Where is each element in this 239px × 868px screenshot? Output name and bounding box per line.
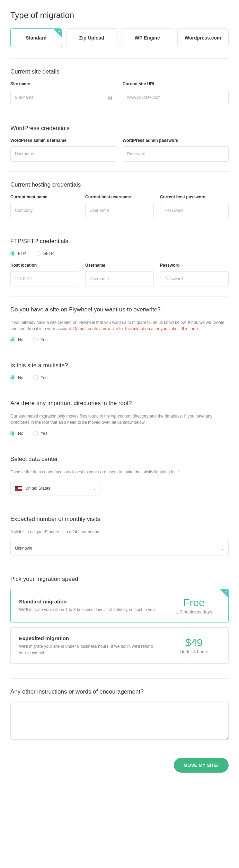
migration-desc: We'll migrate your site in 1 to 3 busine…	[19, 607, 161, 613]
page-title: Type of migration	[10, 10, 229, 20]
migration-time: Under 8 hours	[168, 649, 220, 654]
section-title-host-creds: Current hosting credentials	[10, 181, 229, 188]
radio-icon	[10, 375, 15, 380]
label-wp-pass: WordPress admin password	[123, 138, 229, 143]
migration-title: Standard migration	[19, 599, 161, 604]
site-name-input[interactable]	[10, 90, 116, 105]
tab-label: WP Engine	[135, 35, 160, 41]
migration-title: Expedited migration	[19, 635, 161, 641]
input-helper-icon: ▤	[108, 95, 112, 100]
radio-rootdirs-yes[interactable]: Yes	[33, 431, 47, 436]
label-ftp-user: Username	[85, 263, 154, 268]
radio-icon	[10, 337, 15, 342]
radio-multisite-yes[interactable]: Yes	[33, 375, 47, 380]
rootdirs-desc: Our automated migration only moves files…	[10, 413, 229, 426]
radio-icon	[36, 251, 41, 256]
label-ftp-host: Host location	[10, 263, 79, 268]
section-title-rootdirs: Are there any important directories in t…	[10, 400, 229, 407]
tab-wordpress-com[interactable]: Wordpress.com	[177, 28, 229, 47]
section-title-notes: Any other instructions or words of encou…	[10, 688, 229, 695]
radio-overwrite-no[interactable]: No	[10, 337, 23, 342]
datacenter-desc: Choose the data center location closest …	[10, 469, 229, 475]
section-title-datacenter: Select data center	[10, 456, 229, 463]
radio-rootdirs-no[interactable]: No	[10, 431, 23, 436]
tab-wp-engine[interactable]: WP Engine	[122, 28, 173, 47]
radio-icon	[10, 251, 15, 256]
section-title-overwrite: Do you have a site on Flywheel you want …	[10, 306, 229, 313]
label-host-pass: Current host password	[160, 195, 229, 199]
select-value: United States	[25, 486, 50, 491]
check-icon	[220, 589, 228, 598]
label-host-user: Current host username	[85, 195, 154, 199]
radio-ftp[interactable]: FTP	[10, 251, 26, 256]
tab-standard[interactable]: Standard	[10, 28, 62, 47]
ftp-password-input[interactable]	[160, 271, 229, 286]
radio-overwrite-yes[interactable]: Yes	[33, 337, 47, 342]
host-username-input[interactable]	[85, 203, 154, 218]
radio-icon	[10, 431, 15, 436]
notes-textarea[interactable]	[10, 702, 229, 740]
radio-label: No	[18, 337, 23, 342]
check-icon	[53, 29, 62, 37]
radio-icon	[33, 431, 38, 436]
radio-multisite-no[interactable]: No	[10, 375, 23, 380]
ftp-username-input[interactable]	[85, 271, 154, 286]
migration-card-expedited[interactable]: Expedited migration We'll migrate your s…	[10, 627, 229, 664]
label-wp-user: WordPress admin username	[10, 138, 116, 143]
radio-label: Yes	[41, 375, 47, 380]
tab-label: Wordpress.com	[185, 35, 221, 41]
radio-icon	[33, 337, 38, 342]
section-title-multisite: Is this site a multisite?	[10, 362, 229, 369]
radio-label: No	[18, 375, 23, 380]
select-value: Unknown	[15, 546, 32, 551]
label-ftp-pass: Password	[160, 263, 229, 268]
chevron-down-icon: ⌄	[93, 486, 96, 491]
migration-time: 1-3 business days	[168, 609, 220, 615]
migration-card-standard[interactable]: Standard migration We'll migrate your si…	[10, 589, 229, 622]
tab-label: Standard	[26, 35, 47, 41]
host-password-input[interactable]	[160, 203, 229, 218]
section-title-speed: Pick your migration speed	[10, 576, 229, 583]
host-name-input[interactable]	[10, 203, 79, 218]
migration-tabs: Standard Zip Upload WP Engine Wordpress.…	[10, 28, 229, 47]
datacenter-select[interactable]: United States ⌄	[10, 481, 100, 496]
radio-label: Yes	[41, 337, 47, 342]
site-url-input[interactable]	[123, 90, 229, 105]
label-host-name: Current host name	[10, 195, 79, 199]
submit-button[interactable]: MOVE MY SITE!	[174, 758, 229, 773]
label-site-url: Current site URL	[123, 81, 229, 86]
flag-us-icon	[15, 486, 22, 491]
radio-label: Yes	[41, 431, 47, 436]
migration-desc: We'll migrate your site in under 8 busin…	[19, 643, 161, 656]
visits-select[interactable]: Unknown ⌄	[10, 541, 229, 556]
ftp-host-input[interactable]	[10, 271, 79, 286]
radio-label: SFTP	[43, 251, 54, 256]
wp-password-input[interactable]	[123, 146, 229, 162]
visits-desc: A visit is a unique IP address in a 24 h…	[10, 529, 229, 535]
radio-label: No	[18, 431, 23, 436]
wp-username-input[interactable]	[10, 146, 116, 162]
radio-label: FTP	[18, 251, 26, 256]
label-site-name: Site name	[10, 81, 116, 86]
migration-price: $49	[168, 637, 220, 648]
radio-icon	[33, 375, 38, 380]
chevron-down-icon: ⌄	[221, 546, 224, 551]
migration-price: Free	[168, 597, 220, 609]
section-title-ftp: FTP/SFTP credentials	[10, 238, 229, 245]
overwrite-desc: If you already have a site created on Fl…	[10, 319, 229, 332]
section-title-visits: Expected number of monthly visits	[10, 516, 229, 523]
radio-sftp[interactable]: SFTP	[36, 251, 54, 256]
section-title-site-details: Current site details	[10, 68, 229, 75]
tab-label: Zip Upload	[79, 35, 104, 41]
section-title-wp-creds: WordPress credentials	[10, 125, 229, 132]
tab-zip-upload[interactable]: Zip Upload	[66, 28, 118, 47]
